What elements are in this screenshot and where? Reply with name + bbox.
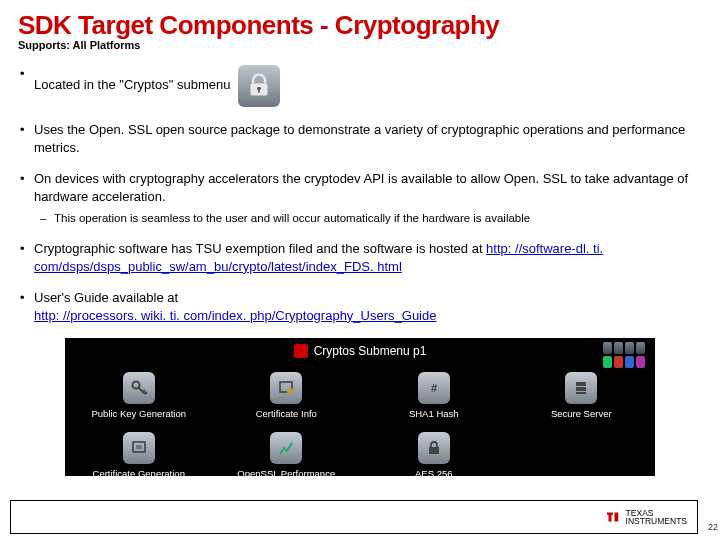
users-guide-link[interactable]: http: //processors. wiki. ti. com/index.… — [34, 308, 436, 323]
svg-rect-10 — [133, 442, 145, 452]
submenu-label: Certificate Info — [256, 408, 317, 419]
svg-rect-8 — [576, 387, 586, 391]
submenu-item: Certificate Info — [213, 372, 361, 419]
content-area: Located in the "Cryptos" submenu Uses th… — [18, 65, 702, 476]
ti-brand-text: TEXASINSTRUMENTS — [626, 509, 687, 526]
svg-rect-2 — [258, 89, 260, 93]
submenu-item: Secure Server — [508, 372, 656, 419]
submenu-item: Public Key Generation — [65, 372, 213, 419]
bullet-item: User's Guide available at http: //proces… — [18, 289, 702, 324]
submenu-label: Secure Server — [551, 408, 612, 419]
bullet-text: On devices with cryptography accelerator… — [34, 171, 688, 204]
aes-icon — [418, 432, 450, 464]
svg-rect-11 — [429, 447, 439, 454]
bullet-item: Cryptographic software has TSU exemption… — [18, 240, 702, 275]
page-number: 22 — [708, 522, 718, 532]
submenu-label: OpenSSL Performance — [237, 468, 335, 479]
svg-text:#: # — [431, 382, 437, 394]
certificate-icon — [270, 372, 302, 404]
key-icon — [123, 372, 155, 404]
bullet-item: Uses the Open. SSL open source package t… — [18, 121, 702, 156]
submenu-label: AES 256 — [415, 468, 453, 479]
svg-point-5 — [287, 388, 293, 394]
certgen-icon — [123, 432, 155, 464]
lock-icon — [238, 65, 280, 107]
page-title: SDK Target Components - Cryptography — [18, 10, 702, 41]
apps-grid-icon — [603, 342, 645, 368]
server-icon — [565, 372, 597, 404]
submenu-header: Cryptos Submenu p1 — [65, 344, 655, 358]
bullet-item: Located in the "Cryptos" submenu — [18, 65, 702, 107]
bullet-text: Cryptographic software has TSU exemption… — [34, 241, 486, 256]
submenu-label: SHA1 Hash — [409, 408, 459, 419]
cryptos-submenu-screenshot: Cryptos Submenu p1 Public Key Generation… — [65, 338, 655, 476]
sub-bullet-item: This operation is seamless to the user a… — [34, 211, 702, 226]
ti-logo-icon — [604, 508, 622, 526]
submenu-label: Public Key Generation — [91, 408, 186, 419]
submenu-label: Certificate Generation — [93, 468, 185, 479]
ti-chip-icon — [294, 344, 308, 358]
bullet-item: On devices with cryptography accelerator… — [18, 170, 702, 226]
bullet-text: User's Guide available at — [34, 290, 178, 305]
bullet-text: Located in the "Cryptos" submenu — [34, 77, 230, 92]
svg-rect-7 — [576, 382, 586, 386]
footer-bar: TEXASINSTRUMENTS — [10, 500, 698, 534]
svg-rect-9 — [576, 392, 586, 394]
submenu-item: OpenSSL Performance — [213, 432, 361, 479]
perf-icon — [270, 432, 302, 464]
submenu-item: Certificate Generation — [65, 432, 213, 479]
submenu-item: AES 256 — [360, 432, 508, 479]
hash-icon: # — [418, 372, 450, 404]
submenu-title: Cryptos Submenu p1 — [314, 344, 427, 358]
submenu-item: #SHA1 Hash — [360, 372, 508, 419]
